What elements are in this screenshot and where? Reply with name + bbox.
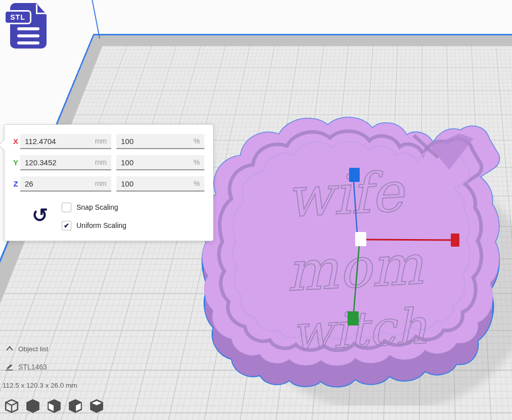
object-list-item[interactable]: STL1463	[5, 363, 47, 371]
scale-x-mm-field[interactable]: 112.4704 mm	[20, 134, 111, 149]
scale-tool-panel: X 112.4704 mm 100 % Y 120.3452 mm 100 % …	[4, 124, 214, 241]
axis-label-x: X	[12, 137, 20, 146]
snap-scaling-checkbox[interactable]: Snap Scaling	[62, 202, 118, 212]
scale-y-percent-field[interactable]: 100 %	[116, 155, 204, 170]
gizmo-z-handle[interactable]	[349, 168, 360, 182]
stl-badge: STL	[4, 10, 31, 24]
object-list-header[interactable]: Object list	[5, 345, 48, 353]
scale-z-mm-field[interactable]: 26 mm	[20, 176, 111, 192]
model-canvas[interactable]: wife mom witch	[196, 107, 512, 405]
checkbox-box[interactable]: ✔	[62, 221, 71, 230]
camera-view-toolbar	[4, 399, 104, 413]
scale-z-percent-field[interactable]: 100 %	[116, 176, 204, 192]
gizmo-y-handle[interactable]	[348, 311, 359, 325]
build-volume-edge	[92, 0, 100, 38]
model-dimensions: 112.5 x 120.3 x 26.0 mm	[3, 382, 77, 389]
view-left-icon[interactable]	[68, 399, 83, 413]
reset-scale-button[interactable]: ↺	[29, 203, 51, 227]
view-front-icon[interactable]	[25, 399, 40, 413]
edit-pencil-icon	[5, 363, 14, 371]
uniform-scaling-checkbox[interactable]: ✔ Uniform Scaling	[62, 220, 126, 230]
gizmo-center-handle[interactable]	[355, 232, 366, 246]
checkbox-box[interactable]	[62, 203, 71, 212]
scale-x-percent-field[interactable]: 100 %	[116, 134, 204, 149]
gizmo-x-line	[365, 240, 451, 240]
stl-file-icon: STL	[4, 3, 48, 50]
view-3d-icon[interactable]	[4, 399, 19, 413]
chevron-up-icon	[5, 345, 14, 353]
scale-y-mm-field[interactable]: 120.3452 mm	[20, 155, 111, 170]
engraving-word-witch: witch	[290, 298, 428, 362]
axis-label-y: Y	[12, 158, 20, 167]
gizmo-x-handle[interactable]	[451, 234, 459, 247]
view-top-icon[interactable]	[47, 399, 62, 413]
object-name: STL1463	[18, 363, 47, 371]
axis-label-z: Z	[12, 179, 20, 188]
engraving-word-wife: wife	[285, 160, 407, 229]
view-right-icon[interactable]	[89, 399, 104, 413]
